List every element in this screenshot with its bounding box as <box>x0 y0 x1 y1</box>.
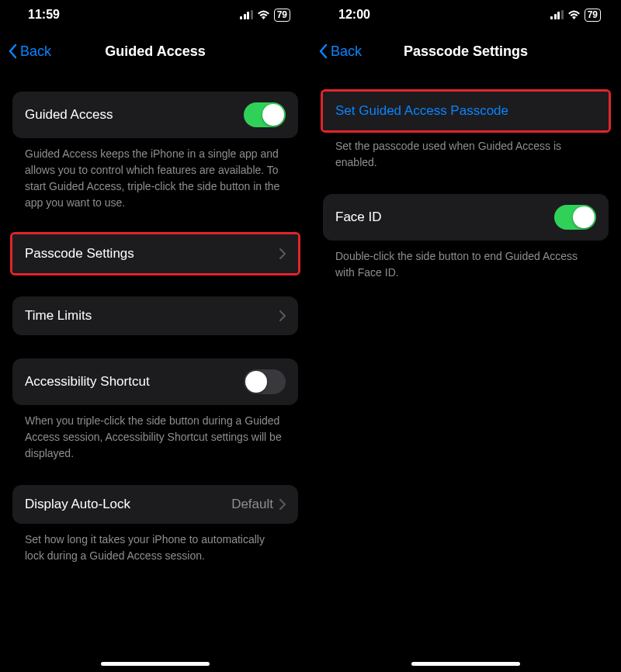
toggle-accessibility-shortcut[interactable] <box>244 369 286 394</box>
row-label: Accessibility Shortcut <box>25 374 150 390</box>
home-indicator[interactable] <box>101 662 210 666</box>
row-guided-access-toggle[interactable]: Guided Access <box>12 92 298 138</box>
row-label: Set Guided Access Passcode <box>335 103 508 119</box>
row-time-limits[interactable]: Time Limits <box>12 296 298 335</box>
back-button[interactable]: Back <box>8 43 51 60</box>
home-indicator[interactable] <box>411 662 520 666</box>
highlight-box: Set Guided Access Passcode <box>321 89 611 133</box>
battery-indicator: 79 <box>274 9 290 22</box>
footer-shortcut: When you triple-click the side button du… <box>12 405 298 462</box>
toggle-face-id[interactable] <box>554 205 596 230</box>
footer-auto-lock: Set how long it takes your iPhone to aut… <box>12 524 298 564</box>
row-label: Time Limits <box>25 308 92 324</box>
footer-face-id: Double-click the side button to end Guid… <box>323 241 609 281</box>
phone-passcode-settings: 12:00 79 Back Passcode Settings Set Guid… <box>310 0 621 672</box>
status-bar: 11:59 79 <box>0 0 310 28</box>
highlight-box: Passcode Settings <box>10 232 300 275</box>
row-set-guided-access-passcode[interactable]: Set Guided Access Passcode <box>323 92 609 130</box>
toggle-guided-access[interactable] <box>244 102 286 127</box>
status-time: 11:59 <box>28 8 60 22</box>
wifi-icon <box>567 10 581 20</box>
chevron-left-icon <box>318 43 328 59</box>
cellular-icon <box>550 10 564 19</box>
wifi-icon <box>257 10 270 20</box>
group-face-id: Face ID Double-click the side button to … <box>323 194 609 281</box>
chevron-left-icon <box>8 43 17 59</box>
chevron-right-icon <box>279 310 286 321</box>
row-accessibility-shortcut[interactable]: Accessibility Shortcut <box>12 359 298 405</box>
page-title: Guided Access <box>105 43 205 60</box>
row-face-id-toggle[interactable]: Face ID <box>323 194 609 241</box>
footer-guided-access: Guided Access keeps the iPhone in a sing… <box>12 138 298 211</box>
back-label: Back <box>20 43 51 60</box>
row-label: Guided Access <box>25 107 113 123</box>
cellular-icon <box>240 10 253 19</box>
status-bar: 12:00 79 <box>310 0 621 28</box>
row-passcode-settings[interactable]: Passcode Settings <box>12 234 298 273</box>
battery-indicator: 79 <box>585 9 601 22</box>
footer-set-passcode: Set the passcode used when Guided Access… <box>323 130 609 171</box>
group-auto-lock: Display Auto-Lock Default Set how long i… <box>12 485 298 564</box>
group-passcode: Passcode Settings <box>12 232 298 275</box>
chevron-right-icon <box>279 499 286 510</box>
back-label: Back <box>331 43 362 60</box>
group-guided-access: Guided Access Guided Access keeps the iP… <box>12 92 298 211</box>
row-display-auto-lock[interactable]: Display Auto-Lock Default <box>12 485 298 524</box>
back-button[interactable]: Back <box>318 43 362 60</box>
row-value: Default <box>231 497 273 512</box>
group-time-limits: Time Limits <box>12 296 298 335</box>
row-label: Passcode Settings <box>25 246 134 262</box>
phone-guided-access: 11:59 79 Back Guided Access Guided Acces… <box>0 0 310 672</box>
status-time: 12:00 <box>338 8 370 22</box>
row-label: Face ID <box>335 210 382 225</box>
row-label: Display Auto-Lock <box>25 497 130 512</box>
status-indicators: 79 <box>240 9 290 22</box>
page-title: Passcode Settings <box>404 43 528 60</box>
group-set-passcode: Set Guided Access Passcode Set the passc… <box>323 89 609 171</box>
group-shortcut: Accessibility Shortcut When you triple-c… <box>12 359 298 462</box>
nav-bar: Back Passcode Settings <box>310 34 621 68</box>
status-indicators: 79 <box>550 9 601 22</box>
nav-bar: Back Guided Access <box>0 34 310 68</box>
chevron-right-icon <box>279 248 286 259</box>
